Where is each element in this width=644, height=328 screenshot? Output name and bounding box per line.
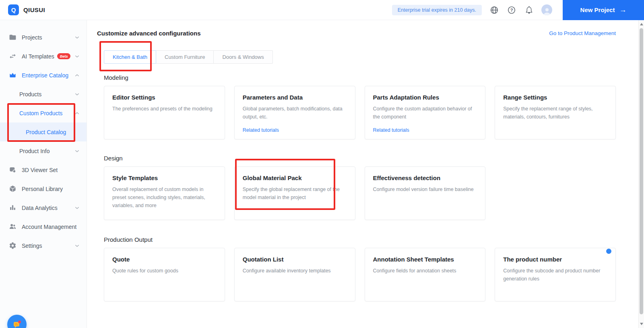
- card-description: Configure available inventory templates: [243, 267, 347, 275]
- card-description: Configure model version failure time bas…: [373, 185, 477, 193]
- section-production-output: Production Output Quote Quote rules for …: [104, 236, 616, 301]
- card-title: Annotation Sheet Templates: [373, 256, 477, 263]
- related-tutorials-link[interactable]: Related tutorials: [243, 127, 279, 133]
- chevron-down-icon: [75, 206, 79, 210]
- card-parameters-and-data[interactable]: Parameters and Data Global parameters, b…: [234, 86, 355, 139]
- new-project-button[interactable]: New Project →: [563, 0, 644, 20]
- gear-icon: [9, 242, 17, 249]
- card-description: The preferences and presets of the model…: [112, 105, 217, 113]
- chat-bubble-icon: [11, 319, 23, 328]
- card-title: Global Material Pack: [243, 174, 347, 181]
- related-tutorials-link[interactable]: Related tutorials: [373, 127, 409, 133]
- section-design: Design Style Templates Overall replaceme…: [104, 155, 616, 220]
- sidebar-item-account-management[interactable]: Account Management: [0, 217, 87, 236]
- avatar-person-icon: [543, 7, 551, 15]
- card-editor-settings[interactable]: Editor Settings The preferences and pres…: [104, 86, 225, 139]
- go-to-product-management-link[interactable]: Go to Product Management: [549, 30, 616, 36]
- trial-badge: Enterprise trial expires in 210 days.: [392, 5, 482, 15]
- sidebar-item-data-analytics[interactable]: Data Analytics: [0, 198, 87, 217]
- sidebar-item-label: Personal Library: [22, 186, 63, 192]
- tab-custom-furniture[interactable]: Custom Furniture: [156, 50, 214, 64]
- card-description: Specify the replacement range of styles,…: [503, 105, 607, 121]
- tab-doors-and-windows[interactable]: Doors & Windows: [213, 50, 272, 64]
- category-tabs: Kitchen & Bath Custom Furniture Doors & …: [104, 50, 273, 64]
- brand-name: QIUSUI: [23, 6, 45, 13]
- card-title: Range Settings: [503, 94, 607, 101]
- scrollbar-up-arrow[interactable]: [640, 23, 643, 25]
- sidebar-item-custom-products[interactable]: Custom Products: [0, 104, 87, 122]
- sidebar-item-3d-viewer-set[interactable]: 3D Viewer Set: [0, 160, 87, 179]
- cube-icon: [9, 185, 17, 193]
- sidebar-item-enterprise-catalog[interactable]: Enterprise Catalog: [0, 66, 87, 85]
- sidebar-item-label: Product Catalog: [26, 129, 66, 135]
- sidebar-item-label: Settings: [22, 243, 42, 249]
- sidebar-item-label: Data Analytics: [22, 205, 58, 211]
- help-icon: ?: [507, 6, 516, 15]
- sidebar-item-personal-library[interactable]: Personal Library: [0, 179, 87, 198]
- language-globe-button[interactable]: [489, 5, 499, 15]
- card-title: Parameters and Data: [243, 94, 347, 101]
- sidebar-item-ai-templates[interactable]: AI Templates Beta: [0, 47, 87, 66]
- sidebar-item-product-catalog[interactable]: Product Catalog: [0, 122, 87, 141]
- card-title: The product number: [503, 256, 607, 263]
- card-title: Parts Adaptation Rules: [373, 94, 477, 101]
- card-effectiveness-detection[interactable]: Effectiveness detection Configure model …: [365, 166, 486, 220]
- section-modeling: Modeling Editor Settings The preferences…: [104, 74, 616, 139]
- card-range-settings[interactable]: Range Settings Specify the replacement r…: [495, 86, 616, 139]
- card-the-product-number[interactable]: The product number Configure the subcode…: [495, 248, 616, 301]
- card-title: Quote: [112, 256, 217, 263]
- sidebar-item-projects[interactable]: Projects: [0, 28, 87, 47]
- chevron-up-icon: [75, 112, 79, 115]
- app-page: Q QIUSUI Enterprise trial expires in 210…: [0, 0, 644, 328]
- logo-glyph: Q: [11, 6, 16, 13]
- card-description: Specify the global replacement range of …: [243, 185, 347, 201]
- chevron-down-icon: [75, 55, 79, 58]
- chevron-down-icon: [75, 36, 79, 39]
- sidebar-item-product-info[interactable]: Product Info: [0, 141, 87, 160]
- card-description: Overall replacement of custom models in …: [112, 185, 217, 210]
- sidebar: Projects AI Templates Beta Enterprise Ca…: [0, 20, 87, 328]
- scrollbar-thumb[interactable]: [640, 28, 643, 314]
- support-chat-button[interactable]: [7, 315, 27, 328]
- notifications-button[interactable]: [524, 5, 534, 15]
- ai-templates-icon: [9, 52, 17, 60]
- card-quote[interactable]: Quote Quote rules for custom goods: [104, 248, 225, 301]
- sidebar-item-label: Custom Products: [19, 110, 62, 116]
- vertical-scrollbar[interactable]: [638, 20, 644, 328]
- card-title: Editor Settings: [112, 94, 217, 101]
- chevron-down-icon: [75, 149, 79, 153]
- chevron-down-icon: [75, 244, 79, 247]
- page-title: Customize advanced configurations: [97, 30, 201, 37]
- sidebar-item-products[interactable]: Products: [0, 85, 87, 104]
- sidebar-item-label: Projects: [22, 34, 42, 41]
- sidebar-collapse-button[interactable]: «: [71, 325, 75, 328]
- globe-icon: [490, 6, 499, 15]
- chevron-down-icon: [75, 93, 79, 96]
- card-parts-adaptation-rules[interactable]: Parts Adaptation Rules Configure the cus…: [365, 86, 486, 139]
- card-description: Configure the custom adaptation behavior…: [373, 105, 477, 121]
- card-title: Style Templates: [112, 174, 217, 181]
- card-annotation-sheet-templates[interactable]: Annotation Sheet Templates Configure fie…: [365, 248, 486, 301]
- card-global-material-pack[interactable]: Global Material Pack Specify the global …: [234, 166, 355, 220]
- app-logo[interactable]: Q: [8, 4, 19, 15]
- card-title: Effectiveness detection: [373, 174, 477, 181]
- card-description: Global parameters, batch modifications, …: [243, 105, 347, 121]
- bell-icon: [525, 6, 533, 14]
- viewer-set-icon: [9, 166, 17, 174]
- scrollbar-down-arrow[interactable]: [640, 323, 643, 325]
- help-button[interactable]: ?: [507, 5, 516, 15]
- top-header: Q QIUSUI Enterprise trial expires in 210…: [0, 0, 644, 20]
- sidebar-item-label: AI Templates: [22, 53, 54, 60]
- sidebar-item-label: Products: [19, 91, 41, 98]
- card-style-templates[interactable]: Style Templates Overall replacement of c…: [104, 166, 225, 220]
- section-title: Production Output: [104, 236, 616, 243]
- sidebar-item-settings[interactable]: Settings: [0, 236, 87, 255]
- svg-text:?: ?: [510, 8, 513, 12]
- users-icon: [9, 223, 17, 230]
- user-avatar[interactable]: [541, 4, 552, 15]
- tab-kitchen-and-bath[interactable]: Kitchen & Bath: [104, 50, 156, 64]
- card-quotation-list[interactable]: Quotation List Configure available inven…: [234, 248, 355, 301]
- section-title: Design: [104, 155, 616, 162]
- card-description: Configure the subcode and product number…: [503, 267, 607, 283]
- crown-icon: [9, 71, 17, 79]
